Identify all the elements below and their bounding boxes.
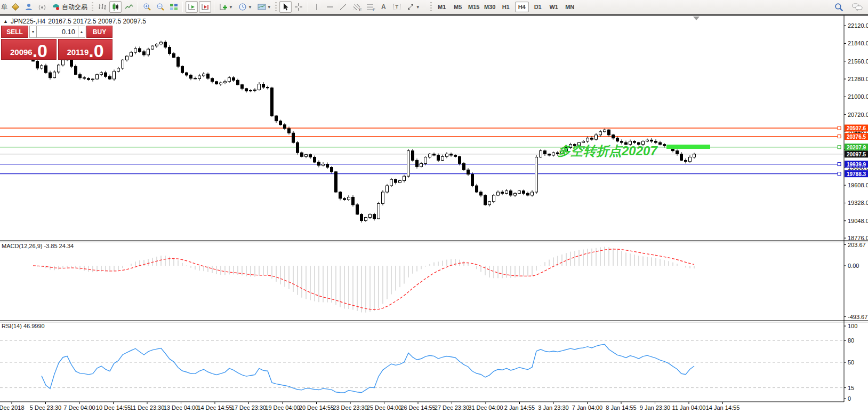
clock-icon	[238, 3, 247, 11]
crosshair-icon	[294, 3, 303, 11]
autotrading-button[interactable]: 自动交易	[49, 1, 90, 13]
timeframe-m1-button[interactable]: M1	[435, 2, 449, 12]
dropdown-caret-icon: ▼	[248, 5, 252, 10]
dropdown-caret-icon: ▼	[416, 5, 420, 10]
ohlc-bars-icon	[98, 3, 107, 11]
timeframe-m30-button[interactable]: M30	[483, 2, 497, 12]
timeframe-mn-button[interactable]: MN	[563, 2, 577, 12]
auto-scroll-icon	[188, 3, 196, 11]
zoom-in-button[interactable]	[141, 1, 153, 13]
sell-button[interactable]: SELL	[1, 26, 28, 38]
buy-price-display[interactable]: 20119 .0	[58, 39, 112, 60]
symbol-period-label: JPN225-,H4	[11, 18, 45, 25]
sell-price-display[interactable]: 20096 .0	[1, 39, 57, 60]
template-icon	[258, 3, 266, 11]
chart-canvas[interactable]: 22120.021840.021560.021280.021000.020720…	[0, 15, 868, 413]
sell-price-main: 20096	[10, 47, 33, 57]
svg-text:9 Jan 23:30: 9 Jan 23:30	[640, 404, 671, 411]
svg-text:8 Jan 14:55: 8 Jan 14:55	[606, 404, 637, 411]
svg-text:7 Jan 04:00: 7 Jan 04:00	[572, 404, 603, 411]
zoom-in-icon	[143, 3, 151, 11]
timeframe-m15-button[interactable]: M15	[467, 2, 481, 12]
svg-text:MACD(12,26,9) -3.85 24.34: MACD(12,26,9) -3.85 24.34	[2, 243, 74, 249]
svg-text:203.67: 203.67	[848, 242, 866, 248]
auto-scroll-button[interactable]	[186, 1, 198, 13]
sell-price-pips: .0	[33, 42, 47, 59]
toolbar-grip	[92, 2, 93, 12]
svg-text:11 Dec 23:30: 11 Dec 23:30	[130, 404, 165, 411]
arrows-icon	[406, 3, 415, 11]
chat-button[interactable]	[851, 1, 863, 13]
templates-button[interactable]: ▼	[255, 1, 274, 13]
svg-text:19048.0: 19048.0	[848, 218, 868, 224]
toolbar-separator	[308, 2, 308, 12]
buy-button[interactable]: BUY	[86, 26, 112, 38]
svg-text:80: 80	[848, 337, 854, 344]
svg-text:20507.6: 20507.6	[847, 125, 866, 131]
volume-decrease-button[interactable]: ▼	[29, 26, 37, 38]
svg-text:23 Dec 23:30: 23 Dec 23:30	[333, 404, 367, 411]
dropdown-caret-icon: ▼	[229, 5, 233, 10]
svg-text:18776.0: 18776.0	[848, 235, 868, 241]
svg-text:25 Dec 04:00: 25 Dec 04:00	[367, 404, 401, 411]
mql5-community-button[interactable]	[9, 1, 21, 13]
indicators-button[interactable]: ▼	[217, 1, 235, 13]
tile-windows-button[interactable]	[167, 1, 180, 13]
timeframe-m5-button[interactable]: M5	[451, 2, 465, 12]
arrows-tool-button[interactable]: ▼	[404, 1, 422, 13]
fibonacci-tool-button[interactable]: F	[364, 1, 376, 13]
svg-text:15: 15	[848, 385, 854, 391]
diamond-icon	[11, 3, 19, 11]
line-chart-button[interactable]	[123, 1, 135, 13]
timeframe-h1-button[interactable]: H1	[499, 2, 513, 12]
volume-input[interactable]	[37, 26, 78, 38]
cursor-tool-button[interactable]	[279, 1, 292, 13]
toolbar-separator	[214, 2, 214, 12]
candlestick-chart-button[interactable]	[109, 1, 122, 13]
timeframe-h4-button[interactable]: H4	[515, 2, 529, 12]
svg-text:19328.0: 19328.0	[848, 200, 868, 206]
svg-text:100: 100	[848, 323, 857, 329]
vertical-line-icon	[312, 3, 321, 11]
svg-text:20720.0: 20720.0	[848, 112, 868, 118]
zoom-out-button[interactable]	[154, 1, 166, 13]
trendline-tool-button[interactable]	[337, 1, 350, 13]
horizontal-line-icon	[326, 3, 334, 11]
volume-increase-button[interactable]: ▲	[78, 26, 85, 38]
svg-text:2 Jan 14:55: 2 Jan 14:55	[504, 404, 535, 411]
autotrading-label: 自动交易	[62, 3, 87, 12]
svg-text:-493.67: -493.67	[848, 314, 867, 320]
add-indicator-icon	[219, 3, 228, 11]
crosshair-tool-button[interactable]	[293, 1, 305, 13]
toolbar: 单 自动交易	[0, 0, 868, 14]
timeframe-w1-button[interactable]: W1	[547, 2, 561, 12]
text-tool-button[interactable]: A	[377, 1, 390, 13]
line-chart-icon	[125, 3, 133, 11]
equidistant-channel-tool-button[interactable]: E	[351, 1, 363, 13]
new-order-button[interactable]: 单	[1, 1, 8, 13]
signals-button[interactable]	[36, 1, 48, 13]
collapse-triangle-icon[interactable]: ▲	[3, 19, 8, 24]
chart-window: 22120.021840.021560.021280.021000.020720…	[0, 14, 868, 412]
text-label-tool-button[interactable]: T	[391, 1, 403, 13]
data-window-button[interactable]	[22, 1, 35, 13]
buy-price-main: 20119	[67, 47, 89, 57]
ohlc-values: 20167.5 20172.5 20097.5 20097.5	[48, 18, 146, 25]
svg-text:5 Dec 23:30: 5 Dec 23:30	[30, 404, 61, 411]
chart-shift-button[interactable]	[199, 1, 211, 13]
svg-text:Dec 2018: Dec 2018	[0, 404, 25, 411]
channel-letter: E	[359, 7, 361, 12]
horizontal-line-tool-button[interactable]	[324, 1, 336, 13]
bar-chart-button[interactable]	[96, 1, 108, 13]
svg-text:0.00: 0.00	[848, 263, 859, 269]
svg-text:21280.0: 21280.0	[848, 76, 868, 82]
vertical-line-tool-button[interactable]	[311, 1, 323, 13]
svg-text:19 Dec 04:00: 19 Dec 04:00	[265, 404, 300, 411]
timeframe-d1-button[interactable]: D1	[531, 2, 545, 12]
periods-button[interactable]: ▼	[236, 1, 254, 13]
svg-text:27 Dec 23:30: 27 Dec 23:30	[435, 404, 469, 411]
chart-title: ▲ JPN225-,H4 20167.5 20172.5 20097.5 200…	[3, 18, 146, 25]
svg-text:20207.9: 20207.9	[847, 145, 866, 150]
autotrading-icon	[52, 3, 60, 11]
search-button[interactable]	[833, 1, 845, 13]
